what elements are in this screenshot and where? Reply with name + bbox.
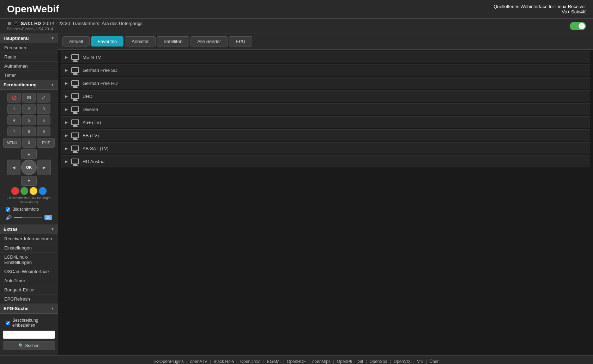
channel-row[interactable]: ▶ UHD [61, 90, 590, 102]
num-0[interactable]: 0 [22, 138, 36, 148]
num-5[interactable]: 5 [22, 115, 36, 125]
num-7[interactable]: 7 [7, 127, 21, 136]
exit-button[interactable]: EXIT [37, 138, 55, 148]
channel-row[interactable]: ▶ Aa+ (TV) [61, 116, 590, 128]
sidebar-item-radio[interactable]: Radio [0, 53, 58, 62]
tab-favoriten[interactable]: Favoriten [91, 36, 123, 47]
nav-right[interactable]: ▶ [37, 160, 51, 175]
nav-up[interactable]: ▲ [21, 149, 37, 159]
subheader: 🖥 📱 SAT.1 HD 20:14 - 23:30 Transformers:… [0, 19, 593, 33]
beschreibung-checkbox[interactable] [6, 321, 10, 325]
green-button[interactable] [20, 187, 28, 195]
tab-anbieter[interactable]: Anbieter [125, 36, 155, 47]
num-8[interactable]: 8 [22, 127, 36, 136]
channel-row[interactable]: ▶ HD Austria [61, 155, 590, 167]
footer-link-openspa[interactable]: OpenSpa [369, 359, 387, 364]
sidebar-item-fernsehen[interactable]: Fernsehen [0, 43, 58, 53]
channel-tv-icon [71, 159, 79, 164]
footer-link-blackhole[interactable]: Black Hole [214, 359, 234, 364]
blue-button[interactable] [39, 187, 47, 195]
num-2[interactable]: 2 [22, 104, 36, 114]
sidebar-item-aufnahmen[interactable]: Aufnahmen [0, 62, 58, 71]
now-playing-info: 🖥 📱 SAT.1 HD 20:14 - 23:30 Transformers:… [7, 21, 143, 31]
header-tagline: Quelloffenes Webinterface für Linux-Rece… [494, 4, 586, 14]
envelope-button[interactable]: ✉ [22, 93, 36, 103]
footer-link-egami[interactable]: EGAMI [267, 359, 281, 364]
hauptmenu-arrow: ▼ [51, 36, 54, 40]
footer-link-openhdf[interactable]: OpenHDF [287, 359, 306, 364]
fernbedienung-arrow: ▼ [51, 83, 54, 87]
channel-expand-arrow: ▶ [65, 107, 68, 112]
footer-link-uber[interactable]: Über [430, 359, 439, 364]
channel-row[interactable]: ▶ BB (TV) [61, 129, 590, 141]
toggle-switch[interactable] [570, 22, 586, 30]
ok-button[interactable]: OK [21, 160, 37, 175]
channel-expand-arrow: ▶ [65, 81, 68, 86]
show-genre: Science-Fiction, USA 2014 [7, 27, 143, 31]
channel-tv-icon [71, 106, 79, 112]
num-4[interactable]: 4 [7, 115, 21, 125]
sidebar-item-receiver-info[interactable]: Receiver-Informationen [0, 234, 58, 243]
epg-suche-header[interactable]: EPG-Suche ▼ [0, 304, 58, 314]
num-1[interactable]: 1 [7, 104, 21, 114]
expand-button[interactable]: ⤢ [37, 93, 50, 103]
channel-row[interactable]: ▶ MEIN TV [61, 51, 590, 63]
num-9[interactable]: 9 [37, 127, 50, 136]
nav-buttons: ▲ ◀ OK ▶ ▼ [3, 149, 55, 186]
sidebar-item-lcd4linux[interactable]: LCD4Linux-Einstellungen [0, 253, 58, 267]
footer-link-openvix[interactable]: OpenVIX [394, 359, 411, 364]
now-playing: 🖥 📱 SAT.1 HD 20:14 - 23:30 Transformers:… [7, 21, 143, 26]
epg-search-input[interactable] [3, 331, 55, 339]
channel-row[interactable]: ▶ AB SAT (TV) [61, 142, 590, 154]
bildschirmfoto-checkbox[interactable] [6, 207, 10, 212]
channel-row[interactable]: ▶ Diverse [61, 103, 590, 115]
channel-expand-arrow: ▶ [65, 159, 68, 164]
hauptmenu-header[interactable]: Hauptmenü ▼ [0, 33, 58, 43]
extras-header[interactable]: Extras ▼ [0, 224, 58, 234]
tab-alle-sender[interactable]: Alle Sender [190, 36, 228, 47]
red-button[interactable] [11, 187, 19, 195]
monitor-icon: 🖥 [7, 21, 11, 26]
sidebar-item-bouquet-editor[interactable]: Bouquet-Editor [0, 285, 58, 295]
sidebar-item-einstellungen[interactable]: Einstellungen [0, 243, 58, 253]
channel-name: MEIN TV [83, 55, 101, 60]
remote-top-row: ⏻ ✉ ⤢ [3, 93, 55, 103]
channel-expand-arrow: ▶ [65, 55, 68, 60]
sidebar-item-epgrefresh[interactable]: EPGRefresh [0, 295, 58, 304]
logo[interactable]: OpenWebif [7, 4, 59, 15]
footer-link-opendroid[interactable]: OpenDroid [240, 359, 261, 364]
tab-epg[interactable]: EPG [229, 36, 252, 47]
sidebar-item-timer[interactable]: Timer [0, 71, 58, 80]
remote-numrow-4: MENU 0 EXIT [3, 138, 55, 148]
channel-row[interactable]: ▶ German Free SD [61, 64, 590, 76]
num-6[interactable]: 6 [37, 115, 50, 125]
nav-left[interactable]: ◀ [7, 160, 20, 175]
sidebar-item-autotimer[interactable]: AutoTimer [0, 276, 58, 285]
power-button[interactable]: ⏻ [7, 93, 21, 103]
footer-link-openmips[interactable]: openMips [312, 359, 331, 364]
footer-link-e2openplugins[interactable]: E2OpenPlugins [154, 359, 183, 364]
header: OpenWebif Quelloffenes Webinterface für … [0, 0, 593, 19]
menu-button[interactable]: MENU [3, 138, 21, 148]
tab-satelliten[interactable]: Satelliten [157, 36, 189, 47]
footer-link-openpli[interactable]: OpenPli [337, 359, 352, 364]
tv-icon: 📱 [13, 21, 19, 26]
nav-down[interactable]: ▼ [21, 176, 37, 186]
footer-link-vti[interactable]: VTi [417, 359, 423, 364]
bildschirmfoto-label: Bildschirmfoto [12, 207, 39, 212]
tagline-line2: Vu+ Solo4K [494, 9, 586, 14]
sidebar-item-oscam[interactable]: OSCam Webinterface [0, 267, 58, 276]
channel-row[interactable]: ▶ German Free HD [61, 77, 590, 89]
yellow-button[interactable] [30, 187, 37, 195]
footer-link-openatv[interactable]: openATV [190, 359, 207, 364]
search-button[interactable]: 🔍 Suchen [3, 341, 55, 350]
footer-link-sif[interactable]: Sif [358, 359, 363, 364]
remote-numrow-3: 7 8 9 [3, 127, 55, 136]
fernbedienung-header[interactable]: Fernbedienung ▼ [0, 80, 58, 90]
num-3[interactable]: 3 [37, 104, 50, 114]
remote-control: ⏻ ✉ ⤢ 1 2 3 4 5 6 7 8 9 MENU 0 [0, 90, 58, 224]
channel-name[interactable]: SAT.1 HD [21, 21, 41, 26]
volume-slider[interactable] [14, 217, 42, 218]
tab-aktuell[interactable]: Aktuell [62, 36, 90, 47]
channel-name: German Free HD [83, 81, 118, 86]
